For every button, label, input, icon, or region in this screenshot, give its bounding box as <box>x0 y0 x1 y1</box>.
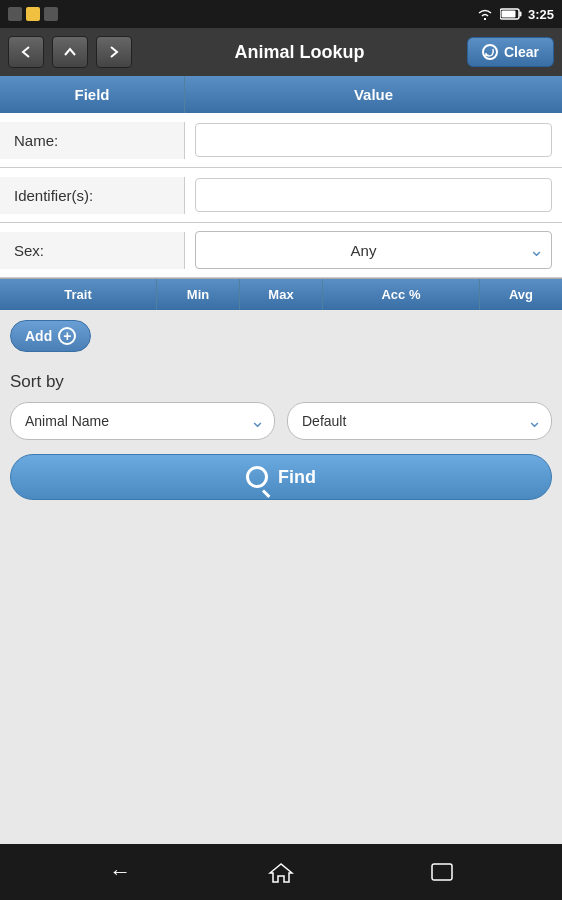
sex-row: Sex: Any Male Female ⌄ <box>0 223 562 278</box>
name-value-cell <box>185 115 562 165</box>
search-icon <box>246 466 268 488</box>
sex-label: Sex: <box>0 232 185 269</box>
sort-dropdowns: Animal Name Identifier Sex Date ⌄ Defaul… <box>10 402 552 440</box>
identifier-input[interactable] <box>195 178 552 212</box>
forward-button[interactable] <box>96 36 132 68</box>
trait-col-trait: Trait <box>0 279 157 310</box>
name-row: Name: <box>0 113 562 168</box>
add-area: Add + <box>0 310 562 362</box>
wifi-icon <box>476 7 494 21</box>
trait-col-max: Max <box>240 279 323 310</box>
clock: 3:25 <box>528 7 554 22</box>
svg-rect-3 <box>432 864 452 880</box>
back-button[interactable] <box>8 36 44 68</box>
find-label: Find <box>278 467 316 488</box>
header-value: Value <box>185 76 562 113</box>
status-bar: 3:25 <box>0 0 562 28</box>
sex-value-cell: Any Male Female ⌄ <box>185 223 562 277</box>
trait-col-acc: Acc % <box>323 279 480 310</box>
home-icon <box>268 860 294 884</box>
traits-header: Trait Min Max Acc % Avg <box>0 278 562 310</box>
up-button[interactable] <box>52 36 88 68</box>
identifier-label: Identifier(s): <box>0 177 185 214</box>
nav-back-button[interactable]: ← <box>95 852 145 892</box>
table-header: Field Value <box>0 76 562 113</box>
trait-col-avg: Avg <box>480 279 562 310</box>
find-area: Find <box>0 448 562 510</box>
app-icon-2 <box>26 7 40 21</box>
header-field: Field <box>0 76 185 113</box>
sort-by-wrapper: Animal Name Identifier Sex Date ⌄ <box>10 402 275 440</box>
search-handle <box>262 489 270 497</box>
svg-rect-1 <box>519 12 521 17</box>
sex-select-wrapper: Any Male Female ⌄ <box>195 231 552 269</box>
sex-select[interactable]: Any Male Female <box>195 231 552 269</box>
svg-rect-2 <box>501 11 515 18</box>
name-label: Name: <box>0 122 185 159</box>
status-bar-left <box>8 7 58 21</box>
toolbar: Animal Lookup Clear <box>0 28 562 76</box>
add-button[interactable]: Add + <box>10 320 91 352</box>
nav-recent-button[interactable] <box>417 852 467 892</box>
add-label: Add <box>25 328 52 344</box>
sort-section: Sort by Animal Name Identifier Sex Date … <box>0 362 562 448</box>
main-content: Field Value Name: Identifier(s): Sex: <box>0 76 562 844</box>
app-icon-1 <box>8 7 22 21</box>
sort-by-label: Sort by <box>10 372 552 392</box>
bottom-nav: ← <box>0 844 562 900</box>
trait-col-min: Min <box>157 279 240 310</box>
page-title: Animal Lookup <box>140 42 459 63</box>
clear-button[interactable]: Clear <box>467 37 554 67</box>
sort-order-wrapper: Default Ascending Descending ⌄ <box>287 402 552 440</box>
find-button[interactable]: Find <box>10 454 552 500</box>
name-input[interactable] <box>195 123 552 157</box>
status-bar-right: 3:25 <box>476 7 554 22</box>
form-table: Field Value Name: Identifier(s): Sex: <box>0 76 562 310</box>
identifier-value-cell <box>185 170 562 220</box>
clear-icon <box>482 44 498 60</box>
sort-by-select[interactable]: Animal Name Identifier Sex Date <box>10 402 275 440</box>
sort-order-select[interactable]: Default Ascending Descending <box>287 402 552 440</box>
app-icon-3 <box>44 7 58 21</box>
recent-apps-icon <box>430 862 454 882</box>
battery-icon <box>500 8 522 20</box>
nav-home-button[interactable] <box>256 852 306 892</box>
identifier-row: Identifier(s): <box>0 168 562 223</box>
add-plus-icon: + <box>58 327 76 345</box>
